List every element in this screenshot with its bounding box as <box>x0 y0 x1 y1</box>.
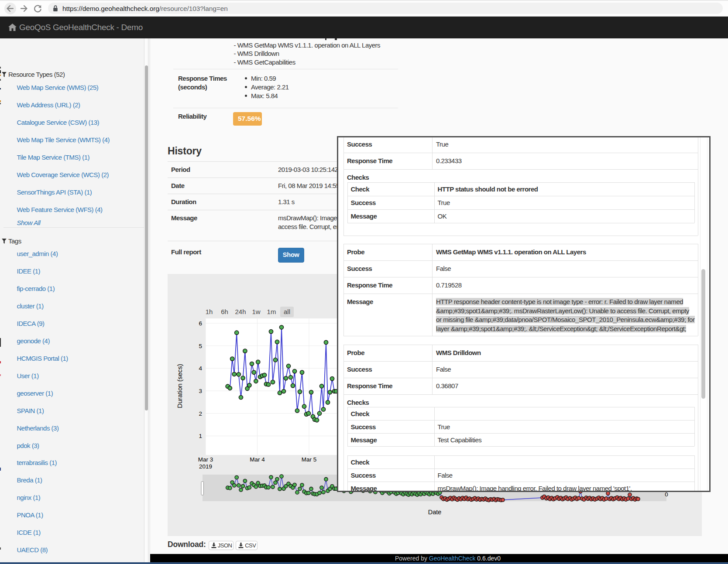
svg-text:0: 0 <box>665 491 668 498</box>
svg-text:Duration (secs): Duration (secs) <box>176 364 183 408</box>
svg-text:Date: Date <box>428 509 442 516</box>
svg-text:4: 4 <box>199 365 202 372</box>
svg-text:2019: 2019 <box>199 463 212 470</box>
svg-text:1m: 1m <box>267 308 276 315</box>
svg-text:1h: 1h <box>206 308 213 315</box>
svg-text:1: 1 <box>199 433 202 439</box>
svg-text:24h: 24h <box>235 308 246 315</box>
svg-text:3: 3 <box>199 388 202 394</box>
svg-text:Mar 5: Mar 5 <box>302 456 317 463</box>
svg-text:Mar 4: Mar 4 <box>250 456 265 463</box>
svg-text:Mar 3: Mar 3 <box>198 456 213 463</box>
svg-text:6h: 6h <box>221 308 228 315</box>
svg-text:5: 5 <box>199 343 202 349</box>
svg-text:1w: 1w <box>252 308 260 315</box>
svg-text:6: 6 <box>199 320 202 327</box>
svg-text:2: 2 <box>199 410 202 417</box>
svg-text:all: all <box>284 308 290 315</box>
